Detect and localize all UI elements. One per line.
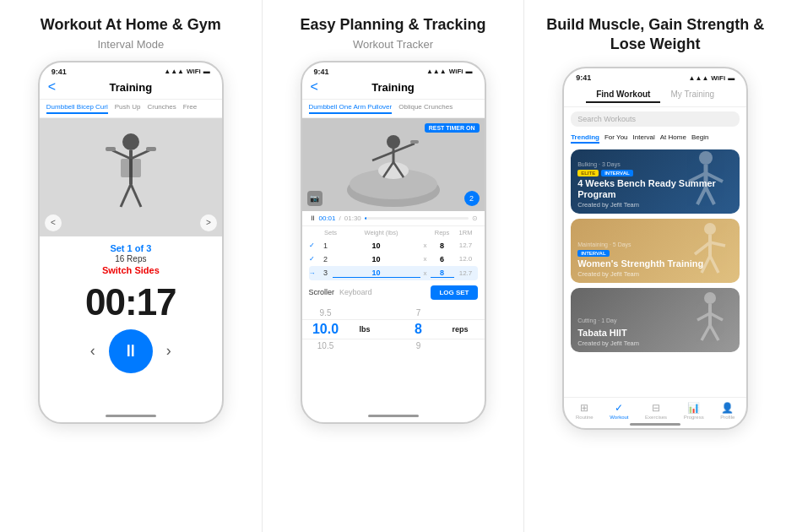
filter-at-home[interactable]: At Home (660, 133, 686, 144)
timer-current: 00:01 (319, 214, 336, 222)
bottom-nav-exercises[interactable]: ⊟ Exercises (645, 402, 667, 420)
progress-bar (365, 217, 469, 220)
arrow-icon-3: → (309, 269, 319, 277)
panel-build-muscle: Build Muscle, Gain Strength & Lose Weigh… (524, 0, 786, 532)
camera-icon: 📷 (307, 191, 323, 206)
exercise-tab-oblique[interactable]: Oblique Crunches (398, 103, 453, 114)
phone-2: 9:41 ▲▲▲ WiFi ▬ < Training Dumbbell One … (301, 61, 486, 424)
card-subtitle-3: Created by Jefit Team (577, 339, 733, 347)
phone-1: 9:41 ▲▲▲ WiFi ▬ < Training Dumbbell Bice… (38, 61, 224, 424)
exercise-tabs-1: Dumbbell Bicep Curl Push Up Crunches Fre… (40, 100, 222, 118)
svg-point-25 (704, 223, 716, 235)
filter-interval[interactable]: Interval (633, 133, 655, 144)
bottom-nav-routine[interactable]: ⊞ Routine (576, 402, 594, 420)
time-2: 9:41 (314, 68, 329, 76)
time-3: 9:41 (576, 73, 591, 82)
find-workout-tabs: Find Workout My Training (564, 84, 746, 107)
picker-row-main: 10.0 lbs 8 reps (302, 319, 485, 339)
svg-line-14 (372, 152, 393, 160)
card-content-3: Cutting · 1 Day Tabata HIIT Created by J… (571, 312, 740, 352)
svg-line-7 (131, 184, 141, 207)
my-training-tab[interactable]: My Training (660, 87, 724, 103)
set-info: Set 1 of 3 16 Reps Switch Sides (40, 236, 222, 277)
picker-below-weight: 10.5 (309, 341, 343, 350)
exercise-tab-crunches[interactable]: Crunches (147, 103, 176, 114)
search-bar[interactable]: Search Workouts (571, 111, 740, 127)
card-badges-1: ELITE INTERVAL (577, 170, 733, 176)
signal-icon: ▲▲▲ (164, 68, 184, 75)
card-subtitle-2: Created by Jefit Team (577, 270, 733, 278)
progress-icon: 📊 (687, 402, 700, 414)
badge-elite-1: ELITE (577, 170, 599, 176)
check-icon-1: ✓ (309, 242, 319, 249)
back-button-1[interactable]: < (48, 79, 56, 95)
svg-point-31 (704, 292, 716, 304)
rep-indicator: 2 (464, 191, 480, 206)
workout-card-2[interactable]: Maintaining · 5 Days INTERVAL Women's St… (571, 219, 740, 283)
timer-display: 00:17 (40, 282, 222, 323)
filter-for-you[interactable]: For You (604, 133, 628, 144)
pause-button[interactable]: ⏸ (109, 329, 153, 373)
log-controls: Scroller Keyboard LOG SET (302, 282, 485, 303)
keyboard-btn[interactable]: Keyboard (339, 288, 372, 296)
bottom-nav-profile[interactable]: 👤 Profile (720, 402, 735, 420)
exercise-image-2: REST TIMER ON 📷 2 (302, 118, 485, 211)
filter-begin[interactable]: Begin (691, 133, 708, 144)
status-bar-2: 9:41 ▲▲▲ WiFi ▬ (302, 62, 485, 78)
check-icon-2: ✓ (309, 255, 319, 263)
svg-point-0 (122, 133, 139, 150)
bottom-nav-progress[interactable]: 📊 Progress (684, 402, 704, 420)
card-meta-2: Maintaining · 5 Days (577, 242, 733, 247)
svg-line-2 (112, 150, 131, 159)
bottom-nav-workout[interactable]: ✓ Workout (610, 402, 628, 420)
profile-label: Profile (720, 415, 735, 420)
exercises-icon: ⊟ (652, 402, 660, 414)
card-title-3: Tabata HIIT (577, 328, 733, 339)
exercise-tabs-2: Dumbbell One Arm Pullover Oblique Crunch… (302, 100, 485, 118)
phone-3: 9:41 ▲▲▲ WiFi ▬ Find Workout My Training… (562, 67, 748, 430)
nav-1: < Training (40, 78, 222, 100)
prev-image-btn[interactable]: < (45, 214, 62, 231)
scroller-btn[interactable]: Scroller (309, 288, 335, 296)
workout-image-1: < > (40, 118, 222, 236)
log-set-button[interactable]: LOG SET (431, 285, 477, 300)
panel2-title: Easy Planning & Tracking (300, 15, 485, 35)
active-exercise-tab-2[interactable]: Dumbbell One Arm Pullover (309, 103, 393, 114)
panel1-subtitle: Interval Mode (97, 38, 164, 51)
status-icons-2: ▲▲▲ WiFi ▬ (426, 68, 473, 75)
exercise-tab-free[interactable]: Free (183, 103, 197, 114)
signal-icon-3: ▲▲▲ (689, 74, 709, 82)
workout-card-3[interactable]: Cutting · 1 Day Tabata HIIT Created by J… (571, 288, 740, 352)
card-subtitle-1: Created by Jefit Team (577, 201, 733, 209)
panel1-title: Workout At Home & Gym (41, 15, 221, 35)
scroll-picker: 9.5 7 10.0 lbs 8 reps 10.5 9 (302, 303, 485, 356)
workout-icon: ✓ (615, 402, 623, 414)
controls-row: ‹ ⏸ › (40, 329, 222, 373)
exercises-label: Exercises (645, 415, 667, 420)
battery-icon-3: ▬ (728, 74, 735, 82)
active-exercise-tab-1[interactable]: Dumbbell Bicep Curl (46, 103, 108, 114)
svg-rect-8 (121, 159, 141, 177)
back-button-2[interactable]: < (311, 79, 318, 95)
filter-tabs: Trending For You Interval At Home Begin (564, 131, 746, 146)
prev-ctrl[interactable]: ‹ (90, 342, 95, 360)
picker-reps-unit: reps (453, 325, 478, 334)
wifi-icon: WiFi (187, 68, 201, 75)
profile-icon: 👤 (721, 402, 734, 414)
badge-interval-1: INTERVAL (601, 170, 632, 176)
next-image-btn[interactable]: > (200, 214, 217, 231)
nav-2: < Training (302, 78, 485, 100)
header-weight: Weight (lbs) (343, 229, 420, 236)
exercise-tab-pushup[interactable]: Push Up (115, 103, 141, 114)
workout-card-1[interactable]: Bulking · 3 Days ELITE INTERVAL 4 Weeks … (571, 149, 740, 214)
card-meta-3: Cutting · 1 Day (577, 318, 733, 323)
card-content-1: Bulking · 3 Days ELITE INTERVAL 4 Weeks … (571, 156, 740, 214)
header-1rm: 1RM (454, 229, 478, 236)
panel3-title: Build Muscle, Gain Strength & Lose Weigh… (538, 15, 772, 53)
find-workout-tab[interactable]: Find Workout (586, 87, 660, 103)
filter-trending[interactable]: Trending (571, 133, 599, 144)
home-indicator-1 (106, 415, 156, 417)
picker-above-weight: 9.5 (309, 308, 343, 318)
set-label: Set 1 of 3 (40, 243, 222, 253)
next-ctrl[interactable]: › (166, 342, 171, 360)
